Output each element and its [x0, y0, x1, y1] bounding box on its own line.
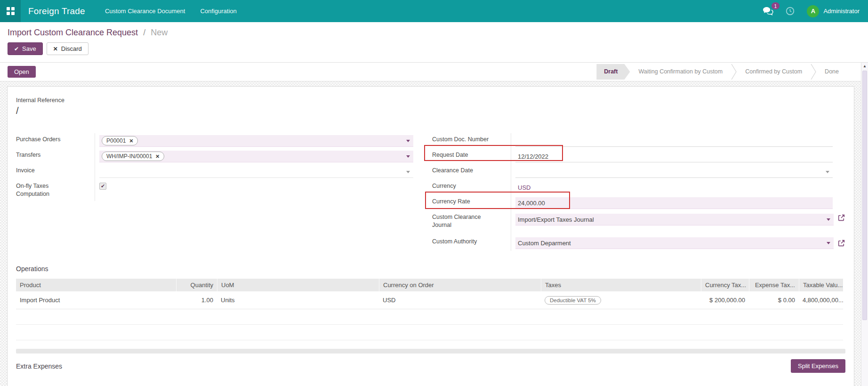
operations-table: Product Quantity UoM Currency on Order T…: [16, 279, 843, 340]
purchase-orders-input[interactable]: P00001 ✕: [99, 135, 413, 147]
horizontal-scrollbar[interactable]: [16, 349, 845, 354]
col-currency-on-order[interactable]: Currency on Order: [379, 279, 541, 291]
onfly-taxes-row: On-fly Taxes Computation ✔: [16, 180, 413, 201]
purchase-orders-row: Purchase Orders P00001 ✕: [16, 133, 413, 149]
dropdown-caret-icon[interactable]: [827, 218, 830, 221]
breadcrumb-parent-link[interactable]: Import Custom Clearance Request: [8, 28, 138, 37]
internal-reference-label: Internal Reference: [16, 97, 845, 104]
col-product[interactable]: Product: [16, 279, 176, 291]
operations-row[interactable]: Import Product 1.00 Units USD Deductible…: [16, 291, 843, 309]
right-field-column: Custom Doc. Number Request Date 12/12/20…: [432, 133, 845, 251]
breadcrumb-current: New: [151, 28, 168, 37]
custom-clearance-journal-input[interactable]: Import/Export Taxes Journal: [515, 214, 834, 225]
grid-icon: [7, 7, 15, 15]
currency-label: Currency: [432, 180, 511, 195]
operations-title: Operations: [16, 265, 845, 273]
col-taxable-value[interactable]: Taxable Valu...: [799, 279, 843, 291]
stage-waiting-confirmation[interactable]: Waiting Confirmation by Custom: [630, 64, 731, 80]
cell-currency-on-order[interactable]: USD: [379, 294, 541, 306]
remove-tag-icon[interactable]: ✕: [155, 153, 160, 159]
currency-row: Currency USD: [432, 180, 845, 195]
custom-doc-number-input[interactable]: [515, 135, 833, 147]
dropdown-caret-icon[interactable]: [827, 242, 830, 244]
stage-done[interactable]: Done: [816, 64, 847, 80]
currency-rate-label: Currency Rate: [432, 195, 511, 211]
user-menu[interactable]: A Administrator: [807, 5, 860, 17]
cell-quantity[interactable]: 1.00: [176, 294, 217, 306]
invoice-label: Invoice: [16, 164, 95, 180]
apps-menu-icon[interactable]: [0, 0, 21, 22]
external-link-icon[interactable]: [837, 239, 845, 247]
col-quantity[interactable]: Quantity: [176, 279, 217, 291]
empty-table-row[interactable]: [16, 309, 843, 325]
custom-authority-row: Custom Authority Custom Deparment: [432, 235, 845, 251]
request-date-input[interactable]: 12/12/2022: [515, 151, 833, 162]
currency-value-link[interactable]: USD: [515, 184, 530, 191]
check-icon: ✔: [14, 46, 19, 52]
messages-icon[interactable]: 1: [763, 7, 773, 16]
custom-authority-input[interactable]: Custom Deparment: [515, 237, 834, 249]
tag-wh-imp-in[interactable]: WH/IMP-IN/00001 ✕: [102, 152, 164, 161]
extra-expenses-section: Extra Expenses Split Expenses: [16, 359, 845, 373]
scrollbar-thumb[interactable]: [862, 71, 867, 320]
form-sheet: Internal Reference / Purchase Orders P00…: [7, 86, 854, 386]
remove-tag-icon[interactable]: ✕: [129, 138, 133, 144]
onfly-taxes-checkbox[interactable]: ✔: [99, 183, 106, 190]
cell-uom[interactable]: Units: [217, 294, 379, 306]
stage-pipeline: Draft Waiting Confirmation by Custom Con…: [596, 64, 847, 80]
operations-header-row: Product Quantity UoM Currency on Order T…: [16, 279, 843, 291]
col-currency-tax[interactable]: Currency Tax...: [701, 279, 749, 291]
transfers-row: Transfers WH/IMP-IN/00001 ✕: [16, 149, 413, 164]
custom-doc-number-label: Custom Doc. Number: [432, 133, 511, 149]
open-button[interactable]: Open: [8, 66, 36, 78]
split-expenses-button[interactable]: Split Expenses: [791, 359, 845, 373]
transfers-input[interactable]: WH/IMP-IN/00001 ✕: [99, 151, 413, 162]
invoice-input[interactable]: [99, 166, 413, 178]
cell-currency-tax[interactable]: $ 200,000.00: [701, 294, 749, 306]
left-field-column: Purchase Orders P00001 ✕ Transfers: [16, 133, 413, 251]
field-grid: Purchase Orders P00001 ✕ Transfers: [16, 133, 845, 251]
cell-taxes[interactable]: Deductible VAT 5%: [541, 293, 701, 307]
cell-product[interactable]: Import Product: [16, 294, 176, 306]
discard-button[interactable]: ✕ Discard: [47, 42, 88, 55]
form-statusbar: Open Draft Waiting Confirmation by Custo…: [0, 63, 868, 81]
action-buttons: ✔ Save ✕ Discard: [8, 42, 860, 55]
user-name: Administrator: [823, 8, 860, 15]
menu-configuration[interactable]: Configuration: [200, 8, 236, 15]
dropdown-caret-icon[interactable]: [406, 140, 410, 142]
currency-rate-input[interactable]: 24,000.00: [515, 197, 833, 209]
vertical-scrollbar[interactable]: ▲: [861, 63, 868, 386]
scroll-up-arrow-icon[interactable]: ▲: [861, 63, 868, 70]
external-link-icon[interactable]: [837, 214, 845, 222]
activities-clock-icon[interactable]: [786, 7, 795, 16]
extra-expenses-title: Extra Expenses: [16, 362, 62, 370]
dropdown-caret-icon[interactable]: [826, 171, 829, 173]
empty-table-row[interactable]: [16, 325, 843, 340]
tag-p00001[interactable]: P00001 ✕: [102, 136, 138, 145]
tax-pill[interactable]: Deductible VAT 5%: [545, 296, 601, 305]
save-button[interactable]: ✔ Save: [8, 42, 43, 55]
internal-reference-value: /: [16, 105, 845, 116]
cell-taxable-value[interactable]: 4,800,000,00...: [799, 294, 843, 306]
messages-badge: 1: [772, 2, 780, 9]
app-brand[interactable]: Foreign Trade: [28, 6, 85, 16]
menu-custom-clearance-document[interactable]: Custom Clearance Document: [105, 8, 185, 15]
breadcrumb-separator: /: [143, 28, 145, 37]
custom-doc-number-row: Custom Doc. Number: [432, 133, 845, 149]
avatar: A: [807, 5, 819, 17]
clearance-date-row: Clearance Date: [432, 164, 845, 180]
dropdown-caret-icon[interactable]: [406, 155, 410, 158]
stage-draft[interactable]: Draft: [596, 64, 630, 80]
invoice-row: Invoice: [16, 164, 413, 180]
custom-clearance-journal-label: Custom Clearance Journal: [432, 211, 511, 235]
col-taxes[interactable]: Taxes: [541, 279, 701, 291]
breadcrumb: Import Custom Clearance Request / New: [8, 28, 860, 38]
col-expense-tax[interactable]: Expense Tax...: [749, 279, 799, 291]
stage-confirmed[interactable]: Confirmed by Custom: [737, 64, 811, 80]
clearance-date-input[interactable]: [515, 166, 833, 178]
dropdown-caret-icon[interactable]: [406, 171, 410, 173]
cell-expense-tax[interactable]: $ 0.00: [749, 294, 799, 306]
col-uom[interactable]: UoM: [217, 279, 379, 291]
transfers-label: Transfers: [16, 149, 95, 164]
custom-clearance-journal-row: Custom Clearance Journal Import/Export T…: [432, 211, 845, 235]
